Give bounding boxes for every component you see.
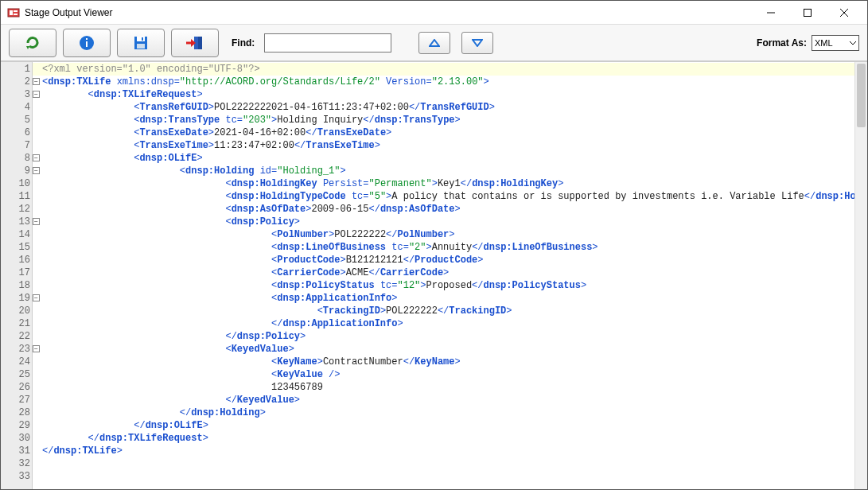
svg-rect-2 [14, 10, 18, 12]
svg-line-6 [840, 9, 848, 17]
line-number: 25 [1, 368, 32, 381]
line-number: 4 [1, 101, 32, 114]
line-number: 18 [1, 279, 32, 292]
refresh-button[interactable] [9, 29, 56, 57]
code-line: <KeyValue /> [42, 368, 867, 381]
code-line: <TransExeTime>11:23:47+02:00</TransExeTi… [42, 139, 867, 152]
fold-toggle[interactable]: − [33, 91, 40, 98]
window-title: Stage Output Viewer [25, 7, 753, 18]
line-number: 13− [1, 216, 32, 228]
code-line [42, 457, 867, 470]
vertical-scrollbar[interactable] [854, 62, 867, 489]
code-line: <dnsp:OLifE> [42, 152, 867, 165]
line-number: 32 [1, 457, 32, 470]
line-number: 10 [1, 177, 32, 190]
line-number: 16 [1, 254, 32, 266]
find-prev-button[interactable] [418, 32, 450, 54]
minimize-button[interactable] [753, 2, 789, 24]
line-number: 27 [1, 394, 32, 406]
exit-button[interactable] [171, 29, 219, 57]
line-number: 1 [1, 63, 32, 76]
line-number: 22 [1, 330, 32, 343]
line-number: 21 [1, 317, 32, 330]
code-line: </dnsp:OLifE> [42, 419, 867, 432]
code-line [42, 470, 867, 483]
maximize-button[interactable] [789, 2, 826, 24]
code-line: <dnsp:Holding id="Holding_1"> [42, 165, 867, 177]
svg-rect-3 [14, 14, 18, 15]
code-line: <dnsp:TXLife xmlns:dnsp="http://ACORD.or… [42, 76, 867, 88]
svg-rect-10 [86, 38, 88, 40]
find-next-button[interactable] [461, 32, 493, 54]
find-input[interactable] [264, 33, 391, 52]
scrollbar-thumb[interactable] [857, 64, 866, 127]
line-number: 30 [1, 432, 32, 445]
code-line: <dnsp:PolicyStatus tc="12">Proposed</dns… [42, 279, 867, 292]
code-line: <dnsp:AsOfDate>2009-06-15</dnsp:AsOfDate… [42, 203, 867, 216]
line-number: 9− [1, 165, 32, 177]
line-number: 14 [1, 228, 32, 241]
code-line: </dnsp:TXLifeRequest> [42, 432, 867, 445]
find-label: Find: [232, 37, 255, 49]
code-line: <?xml version="1.0" encoding="UTF-8"?> [33, 63, 867, 76]
info-button[interactable] [63, 29, 111, 57]
svg-rect-13 [137, 44, 145, 49]
fold-toggle[interactable]: − [33, 218, 40, 225]
format-as-label: Format As: [757, 37, 807, 49]
code-line: </dnsp:ApplicationInfo> [42, 317, 867, 330]
code-line: <KeyName>ContractNumber</KeyName> [42, 356, 867, 368]
fold-toggle[interactable]: − [33, 294, 40, 301]
code-area[interactable]: <?xml version="1.0" encoding="UTF-8"?><d… [33, 62, 867, 489]
line-number: 12 [1, 203, 32, 216]
code-line: <dnsp:HoldingTypeCode tc="5">A policy th… [42, 190, 867, 203]
line-number: 23− [1, 343, 32, 356]
code-line: <dnsp:ApplicationInfo> [42, 292, 867, 305]
line-number: 8− [1, 152, 32, 165]
line-number: 31 [1, 445, 32, 457]
line-number: 11 [1, 190, 32, 203]
line-number: 20 [1, 305, 32, 317]
svg-line-7 [840, 9, 848, 17]
line-number: 19− [1, 292, 32, 305]
svg-rect-14 [142, 37, 143, 41]
code-line: </dnsp:Holding> [42, 406, 867, 419]
editor: 12−3−45678−9−10111213−141516171819−20212… [1, 61, 867, 489]
code-line: <TrackingID>POL222222</TrackingID> [42, 305, 867, 317]
line-number: 28 [1, 406, 32, 419]
code-line: 123456789 [42, 381, 867, 394]
code-line: <dnsp:LineOfBusiness tc="2">Annuity</dns… [42, 241, 867, 254]
line-number: 29 [1, 419, 32, 432]
code-line: <dnsp:HoldingKey Persist="Permanent">Key… [42, 177, 867, 190]
code-line: <TransExeDate>2021-04-16+02:00</TransExe… [42, 126, 867, 139]
app-icon [7, 6, 20, 19]
code-line: <CarrierCode>ACME</CarrierCode> [42, 266, 867, 279]
chevron-down-icon [850, 40, 856, 46]
line-number: 7 [1, 139, 32, 152]
code-line: </KeyedValue> [42, 394, 867, 406]
code-line: <TransRefGUID>POL2222222021-04-16T11:23:… [42, 101, 867, 114]
line-number: 15 [1, 241, 32, 254]
code-line: </dnsp:TXLife> [42, 445, 867, 457]
fold-toggle[interactable]: − [33, 78, 40, 85]
fold-toggle[interactable]: − [33, 345, 40, 352]
line-number: 6 [1, 126, 32, 139]
line-number: 24 [1, 356, 32, 368]
line-number: 2− [1, 76, 32, 88]
fold-toggle[interactable]: − [33, 154, 40, 161]
close-button[interactable] [826, 2, 862, 24]
svg-rect-12 [137, 37, 145, 41]
line-number: 3− [1, 88, 32, 101]
format-select-value: XML [815, 38, 833, 48]
svg-rect-5 [804, 9, 812, 16]
svg-rect-9 [86, 41, 88, 47]
save-button[interactable] [117, 29, 165, 57]
line-gutter: 12−3−45678−9−10111213−141516171819−20212… [1, 62, 33, 489]
line-number: 17 [1, 266, 32, 279]
format-select[interactable]: XML [812, 35, 859, 51]
fold-toggle[interactable]: − [33, 167, 40, 174]
titlebar: Stage Output Viewer [1, 1, 867, 25]
svg-rect-1 [10, 10, 13, 15]
code-line: <ProductCode>B121212121</ProductCode> [42, 254, 867, 266]
code-line: <dnsp:TransType tc="203">Holding Inquiry… [42, 114, 867, 126]
line-number: 33 [1, 470, 32, 483]
